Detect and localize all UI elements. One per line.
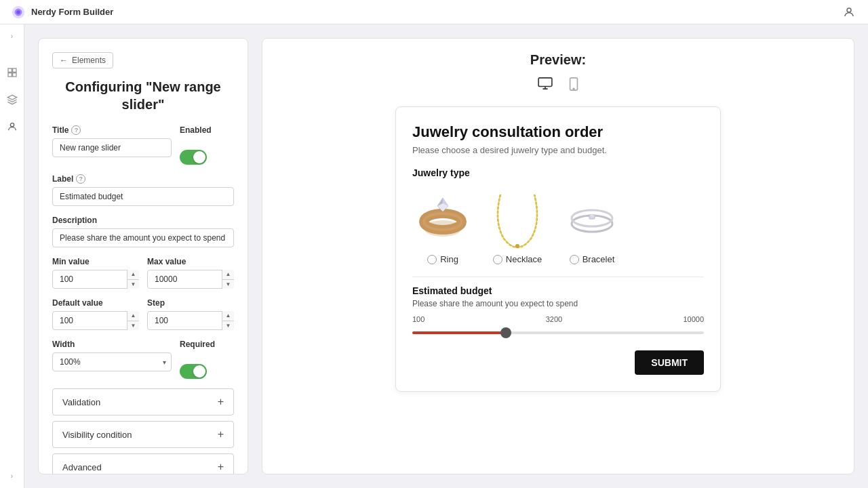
form-card-title: Juwelry consultation order [412,123,704,141]
max-value-spinners: ▲ ▼ [222,270,234,289]
label-input[interactable] [52,187,234,206]
accordion-validation: Validation + [52,388,234,415]
svg-rect-4 [12,68,16,72]
min-value-spinners: ▲ ▼ [127,270,139,289]
title-field-col: Title ? [52,125,172,157]
step-input[interactable] [147,311,234,330]
step-down[interactable]: ▼ [222,321,234,331]
title-help-icon[interactable]: ? [71,125,81,135]
ring-image [412,188,473,249]
label-field: Label ? [52,174,234,206]
svg-rect-5 [8,73,12,77]
step-col: Step ▲ ▼ [147,298,234,330]
back-to-elements-button[interactable]: ← Elements [52,52,113,68]
necklace-image [487,188,548,249]
config-panel: ← Elements Configuring "New range slider… [38,38,248,474]
max-value-up[interactable]: ▲ [222,270,234,280]
sidebar-icon-2[interactable] [4,92,20,108]
width-select[interactable]: 25% 50% 75% 100% [52,352,172,371]
min-value-down[interactable]: ▼ [127,280,139,289]
slider-thumb[interactable] [500,327,511,338]
required-toggle[interactable] [180,364,207,379]
accordion-advanced: Advanced + [52,453,234,474]
enabled-toggle-wrap [180,150,234,165]
svg-rect-8 [538,78,552,87]
required-label: Required [180,340,234,349]
slider-current-label: 3200 [546,315,562,323]
step-up[interactable]: ▲ [222,311,234,321]
svg-point-1 [16,10,20,14]
svg-rect-3 [8,68,12,72]
sidebar-icon-user[interactable] [4,119,20,135]
width-select-wrap: 25% 50% 75% 100% [52,352,172,371]
user-icon[interactable] [841,4,857,20]
default-value-input[interactable] [52,311,139,330]
default-value-label: Default value [52,298,139,308]
accordion-validation-header[interactable]: Validation + [53,389,233,415]
description-field: Description [52,216,234,247]
jewelry-option-necklace[interactable]: Necklace [487,188,548,264]
max-value-label: Max value [147,257,234,266]
sidebar-collapse-top[interactable]: › [11,33,13,40]
default-step-row: Default value ▲ ▼ Step ▲ [52,298,234,330]
config-heading: Configuring "New range slider" [52,78,234,113]
label-help-icon[interactable]: ? [76,174,85,184]
min-value-input[interactable] [52,270,139,289]
accordion-sections: Validation + Visibility condition + Adva… [52,388,234,474]
accordion-advanced-header[interactable]: Advanced + [53,454,233,474]
min-value-col: Min value ▲ ▼ [52,257,139,289]
default-value-down[interactable]: ▼ [127,321,139,331]
device-toggle [534,76,583,96]
top-nav: Nerdy Form Builder [0,0,868,24]
default-value-wrap: ▲ ▼ [52,311,139,330]
jewelry-options: Ring [412,188,704,264]
form-divider [412,277,704,277]
svg-point-2 [847,8,851,12]
max-value-wrap: ▲ ▼ [147,270,234,289]
title-label: Title ? [52,125,172,135]
width-required-row: Width 25% 50% 75% 100% Required [52,340,234,379]
label-field-label: Label ? [52,174,234,184]
max-value-down[interactable]: ▼ [222,280,234,289]
accordion-validation-plus: + [218,396,224,408]
default-value-col: Default value ▲ ▼ [52,298,139,330]
slider-min-label: 100 [412,315,425,323]
jewelry-option-ring[interactable]: Ring [412,188,473,264]
svg-point-10 [573,88,574,89]
submit-button[interactable]: SUBMIT [635,350,704,375]
max-value-col: Max value ▲ ▼ [147,257,234,289]
accordion-visibility: Visibility condition + [52,421,234,448]
slider-track-fill [412,331,506,334]
ring-radio-row: Ring [427,254,458,264]
title-enabled-row: Title ? Enabled [52,125,234,165]
ring-radio[interactable] [427,255,437,264]
main-layout: › › ← Elements [0,24,868,488]
slider-max-label: 10000 [683,315,704,323]
app-title: Nerdy Form Builder [31,7,113,17]
desktop-device-btn[interactable] [534,76,557,96]
max-value-input[interactable] [147,270,234,289]
sidebar-collapse-bottom[interactable]: › [11,472,13,480]
necklace-radio[interactable] [493,255,502,264]
preview-panel: Preview: Juwelry consultation [262,38,854,474]
submit-row: SUBMIT [412,350,704,375]
enabled-field-col: Enabled [180,125,234,165]
description-input[interactable] [52,228,234,247]
accordion-visibility-header[interactable]: Visibility condition + [53,422,233,447]
bracelet-radio[interactable] [570,255,579,264]
topnav-left: Nerdy Form Builder [11,5,113,20]
bracelet-image [561,188,623,249]
required-toggle-wrap [180,364,234,379]
default-value-up[interactable]: ▲ [127,311,139,321]
jewelry-option-bracelet[interactable]: Bracelet [561,188,623,264]
min-value-up[interactable]: ▲ [127,270,139,280]
content-area: ← Elements Configuring "New range slider… [24,24,868,488]
title-input[interactable] [52,138,172,157]
width-col: Width 25% 50% 75% 100% [52,340,172,371]
sidebar-icon-1[interactable] [4,64,20,81]
mobile-device-btn[interactable] [565,76,583,96]
enabled-toggle[interactable] [180,150,207,165]
min-value-wrap: ▲ ▼ [52,270,139,289]
default-value-spinners: ▲ ▼ [127,311,139,330]
svg-point-17 [515,244,519,248]
